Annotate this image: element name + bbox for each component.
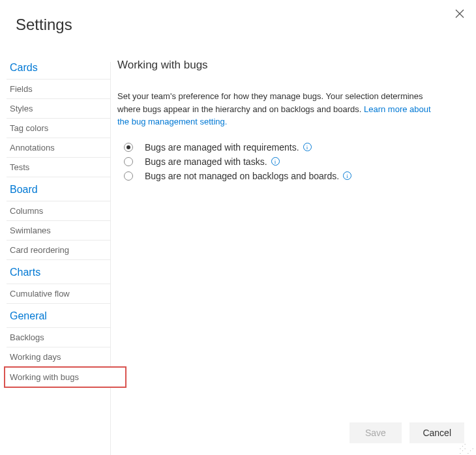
footer-actions: Save Cancel [344, 422, 464, 443]
sidebar-item-tag-colors[interactable]: Tag colors [7, 118, 110, 138]
content-description: Set your team's preference for how they … [117, 90, 443, 128]
sidebar-item-working-with-bugs[interactable]: Working with bugs [10, 372, 112, 382]
sidebar-item-working-with-bugs-highlight[interactable]: Working with bugs [4, 366, 126, 388]
radio-icon [124, 171, 133, 181]
section-header-board: Board [7, 177, 110, 201]
save-button[interactable]: Save [350, 422, 402, 443]
sidebar-item-styles[interactable]: Styles [7, 98, 110, 118]
sidebar-item-backlogs[interactable]: Backlogs [7, 327, 110, 347]
sidebar-item-working-days[interactable]: Working days [7, 347, 110, 366]
sidebar-item-fields[interactable]: Fields [7, 79, 110, 98]
radio-icon [124, 143, 133, 152]
option-label: Bugs are not managed on backlogs and boa… [145, 171, 339, 181]
sidebar-item-swimlanes[interactable]: Swimlanes [7, 220, 110, 240]
sidebar-item-cumulative-flow[interactable]: Cumulative flow [7, 284, 110, 303]
section-header-charts: Charts [7, 259, 110, 284]
sidebar-item-tests[interactable]: Tests [7, 157, 110, 177]
option-label: Bugs are managed with requirements. [145, 142, 299, 153]
option-requirements[interactable]: Bugs are managed with requirements. i [117, 140, 463, 154]
close-icon [455, 9, 464, 18]
info-icon[interactable]: i [303, 143, 312, 151]
page-title: Settings [16, 16, 72, 34]
option-not-managed[interactable]: Bugs are not managed on backlogs and boa… [117, 169, 463, 183]
sidebar-item-columns[interactable]: Columns [7, 201, 110, 220]
sidebar-item-card-reordering[interactable]: Card reordering [7, 240, 110, 259]
bug-options-group: Bugs are managed with requirements. i Bu… [117, 140, 463, 183]
sidebar-item-annotations[interactable]: Annotations [7, 138, 110, 157]
cancel-button[interactable]: Cancel [409, 422, 464, 443]
close-button[interactable] [455, 9, 464, 20]
option-tasks[interactable]: Bugs are managed with tasks. i [117, 154, 463, 169]
content-area: Working with bugs Set your team's prefer… [117, 59, 463, 403]
content-heading: Working with bugs [117, 59, 463, 72]
section-header-cards: Cards [7, 62, 110, 79]
sidebar: Cards Fields Styles Tag colors Annotatio… [7, 62, 111, 455]
resize-grip-icon[interactable]: ⋰⋰⋰ [459, 445, 475, 454]
info-icon[interactable]: i [271, 157, 280, 166]
radio-icon [124, 157, 133, 166]
option-label: Bugs are managed with tasks. [145, 156, 267, 167]
section-header-general: General [7, 303, 110, 327]
info-icon[interactable]: i [343, 171, 351, 180]
